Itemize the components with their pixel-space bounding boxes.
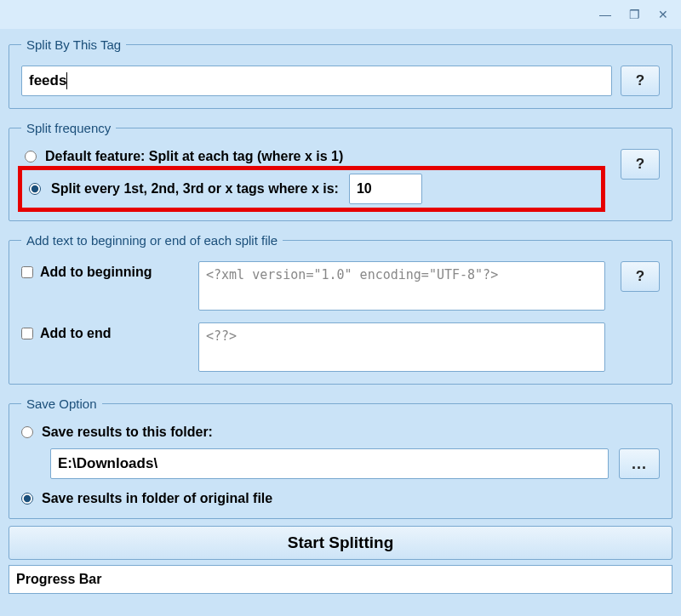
progress-bar-label: Progress Bar bbox=[16, 572, 102, 587]
textarea-add-to-end[interactable] bbox=[198, 322, 605, 372]
radio-split-every-x-label: Split every 1st, 2nd, 3rd or x tags wher… bbox=[51, 181, 339, 197]
radio-split-default-label: Default feature: Split at each tag (wher… bbox=[45, 149, 343, 164]
titlebar: — ❐ ✕ bbox=[0, 0, 681, 29]
client-area: Split By This Tag feeds ? Split frequenc… bbox=[0, 29, 681, 597]
text-caret bbox=[66, 72, 67, 89]
start-splitting-button[interactable]: Start Splitting bbox=[9, 526, 672, 560]
check-add-to-end[interactable] bbox=[21, 328, 33, 339]
check-add-to-beginning-label: Add to beginning bbox=[40, 265, 152, 280]
group-save-option-legend: Save Option bbox=[21, 396, 102, 411]
radio-split-default[interactable] bbox=[25, 151, 37, 163]
split-frequency-help-button[interactable]: ? bbox=[621, 149, 660, 180]
group-add-text: Add text to beginning or end of each spl… bbox=[9, 233, 672, 385]
group-split-frequency: Split frequency Default feature: Split a… bbox=[9, 121, 672, 221]
highlight-box: Split every 1st, 2nd, 3rd or x tags wher… bbox=[18, 166, 605, 212]
save-folder-input[interactable] bbox=[50, 448, 609, 479]
group-add-text-legend: Add text to beginning or end of each spl… bbox=[21, 233, 283, 248]
split-tag-input-value: feeds bbox=[29, 72, 66, 89]
add-text-help-button[interactable]: ? bbox=[621, 261, 660, 292]
radio-split-every-x[interactable] bbox=[29, 183, 41, 195]
radio-save-to-folder-label: Save results to this folder: bbox=[42, 425, 213, 440]
split-tag-help-button[interactable]: ? bbox=[621, 66, 660, 96]
split-every-x-input[interactable] bbox=[349, 174, 422, 204]
browse-folder-button[interactable]: ... bbox=[619, 448, 660, 479]
group-split-frequency-legend: Split frequency bbox=[21, 121, 116, 135]
radio-save-to-folder[interactable] bbox=[21, 426, 33, 438]
group-save-option: Save Option Save results to this folder:… bbox=[9, 396, 672, 519]
radio-save-original-folder[interactable] bbox=[21, 493, 33, 505]
restore-button[interactable]: ❐ bbox=[623, 5, 645, 24]
group-split-by-tag-legend: Split By This Tag bbox=[21, 37, 126, 52]
minimize-button[interactable]: — bbox=[594, 5, 616, 24]
check-add-to-end-label: Add to end bbox=[40, 326, 112, 341]
close-button[interactable]: ✕ bbox=[652, 5, 674, 24]
split-tag-input[interactable]: feeds bbox=[21, 66, 612, 96]
group-split-by-tag: Split By This Tag feeds ? bbox=[9, 37, 672, 109]
check-add-to-beginning[interactable] bbox=[21, 266, 33, 278]
textarea-add-to-beginning[interactable] bbox=[198, 261, 605, 311]
progress-bar: Progress Bar bbox=[9, 565, 672, 594]
radio-save-original-folder-label: Save results in folder of original file bbox=[42, 491, 272, 506]
